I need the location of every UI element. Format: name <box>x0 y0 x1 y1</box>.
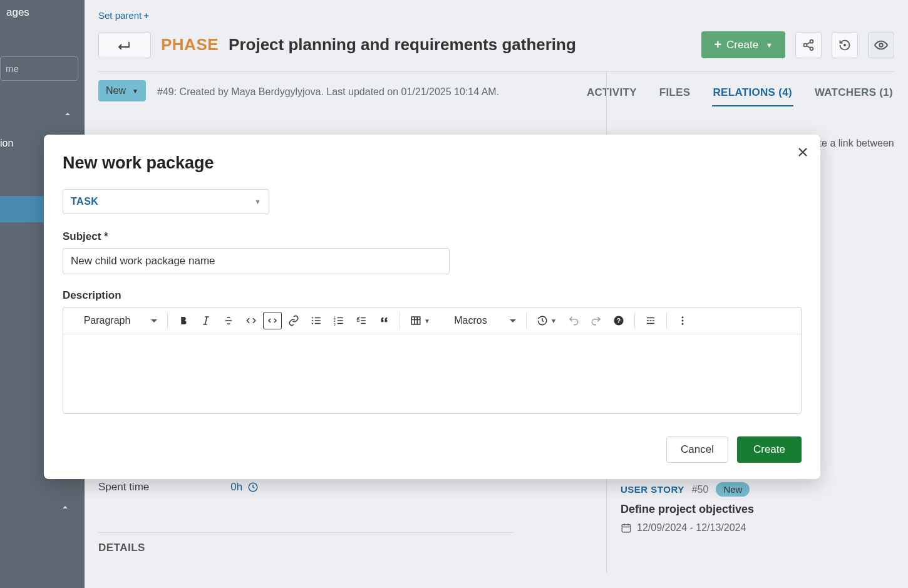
sidebar-search-input[interactable]: me <box>0 56 78 81</box>
code-block-button[interactable] <box>263 312 282 329</box>
card-type: USER STORY <box>621 484 684 495</box>
description-editor: Paragraph 123 ▼ Macros ▼ ? <box>63 307 802 414</box>
spent-time-value[interactable]: 0h <box>230 481 259 493</box>
chevron-down-icon: ▼ <box>132 88 138 95</box>
set-parent-link[interactable]: Set parent+ <box>98 10 149 21</box>
svg-rect-27 <box>357 320 359 322</box>
separator <box>634 312 635 329</box>
watch-button[interactable] <box>868 32 894 58</box>
tabs: ACTIVITY FILES RELATIONS (4) WATCHERS (1… <box>586 80 894 106</box>
history-button[interactable]: ▼ <box>532 311 562 330</box>
svg-point-13 <box>312 320 313 321</box>
subject-label: Subject * <box>63 230 802 243</box>
svg-point-2 <box>810 47 813 50</box>
status-dropdown[interactable]: New ▼ <box>98 80 146 101</box>
redo-button[interactable] <box>586 311 607 330</box>
svg-rect-8 <box>622 525 631 532</box>
spent-time-row: Spent time 0h <box>98 481 259 493</box>
paragraph-dropdown[interactable]: Paragraph <box>68 311 162 330</box>
description-label: Description <box>63 289 802 302</box>
strikethrough-button[interactable] <box>218 311 239 330</box>
modal-actions: Cancel Create <box>63 436 802 463</box>
italic-button[interactable] <box>195 311 217 330</box>
back-button[interactable] <box>98 32 151 58</box>
blockquote-button[interactable] <box>373 311 395 330</box>
svg-point-5 <box>844 44 846 46</box>
svg-point-6 <box>879 43 883 47</box>
plus-icon: + <box>714 38 721 52</box>
related-card[interactable]: USER STORY #50 New Define project object… <box>621 482 908 534</box>
tab-files[interactable]: FILES <box>658 80 692 106</box>
svg-point-40 <box>681 320 683 322</box>
history-button[interactable] <box>832 32 858 58</box>
header-row: PHASE Project planning and requirements … <box>98 31 894 58</box>
svg-point-14 <box>312 322 313 324</box>
chevron-up-icon[interactable] <box>60 502 70 514</box>
divider <box>98 71 894 72</box>
chevron-up-icon[interactable] <box>63 109 73 121</box>
link-button[interactable] <box>283 311 304 330</box>
bullet-list-button[interactable] <box>306 311 327 330</box>
svg-point-12 <box>312 317 313 318</box>
separator <box>400 312 400 329</box>
type-value: TASK <box>71 196 98 207</box>
tab-activity[interactable]: ACTIVITY <box>586 80 638 106</box>
status-label: New <box>106 85 126 96</box>
sidebar-item[interactable]: ion <box>0 137 13 150</box>
editor-toolbar: Paragraph 123 ▼ Macros ▼ ? <box>63 307 801 334</box>
details-heading[interactable]: DETAILS <box>98 532 513 554</box>
table-button[interactable]: ▼ <box>405 311 435 330</box>
spent-time-label: Spent time <box>98 481 149 493</box>
modal-title: New work package <box>63 153 802 173</box>
undo-button[interactable] <box>563 311 584 330</box>
code-button[interactable] <box>240 311 262 330</box>
create-label: Create <box>726 39 758 51</box>
create-button[interactable]: + Create ▼ <box>701 31 785 58</box>
more-button[interactable] <box>672 311 693 330</box>
svg-line-3 <box>807 42 810 44</box>
card-title: Define project objectives <box>621 503 908 516</box>
separator <box>167 312 168 329</box>
numbered-list-button[interactable]: 123 <box>328 311 349 330</box>
meta-text: #49: Created by Maya Berdygylyjova. Last… <box>157 86 499 98</box>
card-status: New <box>716 482 750 497</box>
macros-dropdown[interactable]: Macros <box>436 311 521 330</box>
type-badge: PHASE <box>161 35 219 54</box>
page-break-button[interactable] <box>640 311 661 330</box>
svg-point-1 <box>804 43 807 46</box>
editor-body[interactable] <box>63 334 801 413</box>
separator <box>526 312 527 329</box>
calendar-icon <box>621 522 632 534</box>
cancel-button[interactable]: Cancel <box>666 436 728 463</box>
separator <box>666 312 667 329</box>
svg-point-0 <box>810 39 813 43</box>
tab-relations[interactable]: RELATIONS (4) <box>712 80 793 106</box>
clock-icon <box>247 482 259 493</box>
bold-button[interactable] <box>173 311 194 330</box>
svg-point-39 <box>681 316 683 318</box>
help-button[interactable]: ? <box>608 311 629 330</box>
set-parent-label: Set parent <box>98 10 142 21</box>
new-work-package-modal: New work package TASK ▼ Subject * Descri… <box>44 135 820 479</box>
type-select[interactable]: TASK ▼ <box>63 189 269 214</box>
close-button[interactable] <box>798 147 808 159</box>
page-title[interactable]: Project planning and requirements gather… <box>229 35 576 54</box>
chevron-down-icon: ▼ <box>766 41 773 49</box>
svg-text:?: ? <box>617 317 621 324</box>
svg-text:3: 3 <box>334 322 336 326</box>
plus-icon: + <box>143 10 149 21</box>
chevron-down-icon: ▼ <box>254 198 261 205</box>
svg-line-4 <box>807 46 810 48</box>
create-submit-button[interactable]: Create <box>737 436 802 463</box>
subject-input[interactable] <box>63 248 450 274</box>
sidebar-section-header: ages <box>0 0 85 25</box>
share-button[interactable] <box>795 32 822 58</box>
tab-watchers[interactable]: WATCHERS (1) <box>813 80 894 106</box>
card-id: #50 <box>692 484 709 495</box>
svg-point-41 <box>681 323 683 325</box>
task-list-button[interactable] <box>351 311 372 330</box>
card-dates: 12/09/2024 - 12/13/2024 <box>621 522 908 534</box>
svg-rect-28 <box>411 317 420 324</box>
